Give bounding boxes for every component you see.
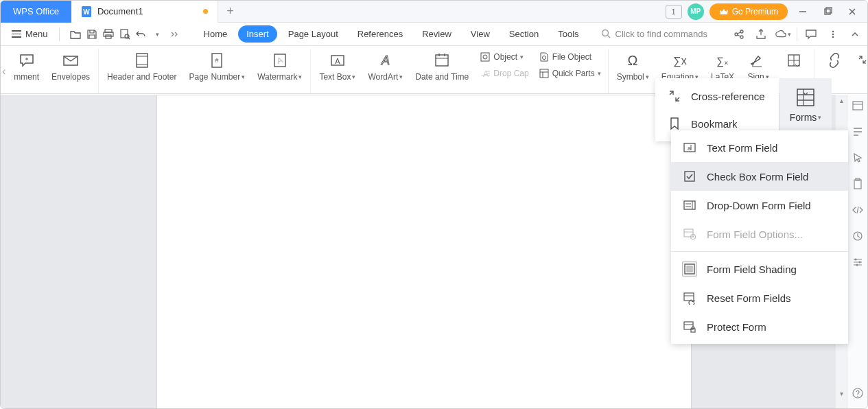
forms-dropdown-trigger[interactable]: Forms ▾	[779, 78, 832, 130]
panel-cross-reference-item[interactable]: Cross-reference	[655, 82, 779, 110]
page-number-button[interactable]: # PageNumber ▾	[185, 50, 249, 84]
reset-form-fields-item[interactable]: Reset Form Fields	[671, 283, 848, 312]
symbol-label: Symbol ▾	[617, 72, 649, 82]
app-name-tab[interactable]: WPS Office	[1, 1, 71, 23]
svg-rect-8	[104, 32, 113, 36]
maximize-button[interactable]	[818, 2, 837, 21]
styles-pane-icon[interactable]	[851, 125, 865, 139]
panel-cross-reference-label: Cross-reference	[691, 91, 765, 102]
export-icon[interactable]	[753, 26, 769, 43]
checkbox-form-field-label: Check Box Form Field	[707, 171, 808, 183]
text-box-button[interactable]: A Text Box ▾	[315, 50, 360, 84]
svg-rect-3	[825, 9, 830, 14]
share-icon[interactable]	[731, 26, 747, 43]
scroll-down-icon[interactable]: ▾	[837, 389, 845, 397]
svg-rect-76	[797, 89, 814, 106]
unsaved-indicator-icon	[203, 9, 208, 14]
undo-dropdown-icon[interactable]: ▾	[150, 27, 165, 42]
help-pane-icon[interactable]	[851, 386, 865, 400]
dropdown-form-field-item[interactable]: Drop-Down Form Field	[671, 191, 848, 220]
dropdown-form-field-label: Drop-Down Form Field	[707, 200, 811, 211]
tab-page-layout[interactable]: Page Layout	[280, 25, 347, 43]
text-form-field-item[interactable]: a Text Form Field	[671, 133, 848, 162]
command-search[interactable]: Click to find commands	[601, 29, 707, 39]
header-footer-label: Header andFooter	[107, 72, 176, 82]
svg-rect-4	[826, 8, 832, 13]
tab-home[interactable]: Home	[196, 25, 236, 43]
form-field-options-item: Form Field Options...	[671, 220, 848, 248]
open-file-icon[interactable]	[68, 27, 83, 42]
svg-rect-26	[137, 54, 148, 67]
word-doc-icon: W	[81, 5, 92, 18]
checkbox-form-field-item[interactable]: Check Box Form Field	[671, 162, 848, 191]
svg-rect-10	[121, 30, 128, 38]
tab-insert[interactable]: Insert	[238, 25, 277, 43]
svg-line-14	[607, 36, 610, 38]
svg-point-73	[856, 264, 858, 266]
header-footer-icon	[133, 50, 151, 71]
menu-bar: Menu ▾ Home Insert Page Layout Reference…	[1, 23, 867, 46]
selection-pane-icon[interactable]	[851, 151, 865, 165]
text-field-icon: a	[682, 140, 697, 155]
qat-overflow-icon[interactable]	[167, 27, 182, 42]
symbol-button[interactable]: Ω Symbol ▾	[613, 50, 653, 84]
user-avatar[interactable]: MP	[688, 3, 704, 20]
window-layout-badge[interactable]: 1	[666, 5, 682, 19]
form-field-shading-item[interactable]: Form Field Shading	[671, 255, 848, 283]
print-preview-icon[interactable]	[117, 27, 132, 42]
page-canvas[interactable]	[156, 95, 692, 409]
history-pane-icon[interactable]	[851, 229, 865, 243]
drop-cap-button[interactable]: ADrop Cap	[477, 67, 531, 80]
date-time-label: Date and Time	[415, 72, 469, 82]
protect-form-label: Protect Form	[707, 321, 766, 333]
watermark-icon: A	[271, 50, 289, 71]
comments-pane-icon[interactable]	[803, 26, 819, 43]
settings-pane-icon[interactable]	[851, 255, 865, 269]
tab-tools[interactable]: Tools	[550, 25, 587, 43]
text-box-icon: A	[329, 50, 347, 71]
tab-section[interactable]: Section	[501, 25, 547, 43]
print-icon[interactable]	[101, 27, 116, 42]
object-button[interactable]: Object ▾	[477, 50, 531, 64]
document-tab[interactable]: W Document1	[71, 1, 218, 23]
undo-icon[interactable]	[134, 27, 149, 42]
scroll-up-icon[interactable]: ▴	[837, 96, 845, 104]
shading-icon	[682, 261, 697, 277]
cloud-icon[interactable]: ▾	[775, 26, 791, 43]
tab-references[interactable]: References	[349, 25, 411, 43]
new-tab-button[interactable]: +	[218, 4, 242, 19]
envelopes-button[interactable]: Envelopes	[47, 50, 94, 84]
forms-trigger-label: Forms	[790, 112, 817, 123]
svg-text:∑ₓ: ∑ₓ	[716, 55, 729, 67]
close-button[interactable]	[843, 2, 862, 21]
tab-view[interactable]: View	[462, 25, 498, 43]
quick-parts-button[interactable]: Quick Parts ▾	[536, 67, 604, 80]
collapse-ribbon-icon[interactable]	[847, 26, 863, 43]
svg-rect-93	[687, 266, 692, 272]
wordart-label: WordArt ▾	[368, 72, 403, 82]
tab-review[interactable]: Review	[414, 25, 460, 43]
more-icon[interactable]	[825, 26, 841, 43]
svg-text:A: A	[275, 55, 283, 66]
clipboard-pane-icon[interactable]	[851, 177, 865, 191]
date-time-button[interactable]: Date and Time	[411, 50, 473, 84]
protect-form-item[interactable]: Protect Form	[671, 312, 848, 341]
svg-point-20	[832, 30, 834, 32]
comment-label: mment	[14, 72, 39, 82]
wordart-button[interactable]: A WordArt ▾	[364, 50, 407, 84]
main-menu-button[interactable]: Menu	[5, 26, 55, 42]
go-premium-button[interactable]: Go Premium	[709, 3, 788, 20]
number-icon	[785, 50, 803, 71]
save-icon[interactable]	[84, 27, 99, 42]
properties-pane-icon[interactable]	[851, 99, 865, 113]
file-object-button[interactable]: File Object	[536, 50, 604, 64]
watermark-button[interactable]: A Watermark ▾	[253, 50, 306, 84]
svg-line-12	[128, 38, 130, 39]
document-tab-title: Document1	[97, 6, 143, 16]
minimize-button[interactable]	[793, 2, 812, 21]
cross-reference-button[interactable]: Cross-reference	[854, 53, 868, 67]
code-pane-icon[interactable]	[851, 203, 865, 217]
comment-button[interactable]: mment	[10, 50, 43, 84]
header-footer-button[interactable]: Header andFooter	[103, 50, 180, 84]
text-box-label: Text Box ▾	[319, 72, 355, 82]
